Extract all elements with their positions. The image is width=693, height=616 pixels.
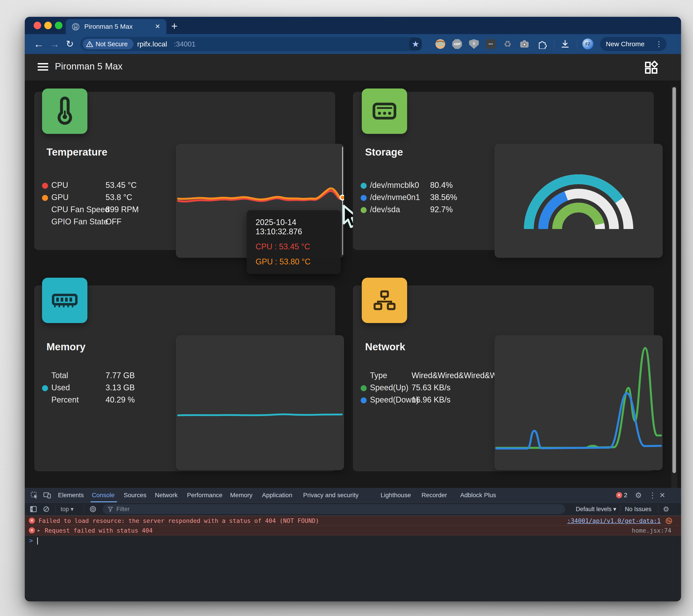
tab-performance[interactable]: Performance [187, 488, 222, 502]
devtools-close-icon[interactable]: ✕ [659, 488, 665, 502]
speed-down-dot [361, 397, 367, 403]
extension-camera-icon[interactable] [519, 39, 529, 49]
legend-value: 38.56% [430, 193, 457, 202]
tab-sources[interactable]: Sources [124, 488, 146, 502]
extension-avatar-icon[interactable] [435, 39, 445, 49]
tab-strip: Pironman 5 Max ✕ + [25, 17, 681, 34]
cpu-dot [42, 183, 48, 189]
url-port: :34001 [174, 37, 196, 51]
prompt-chevron: > [29, 537, 33, 544]
sda-dot [361, 207, 367, 213]
menu-hamburger-icon[interactable] [38, 62, 48, 71]
legend-value: 16.96 KB/s [412, 395, 451, 404]
inspect-element-icon[interactable] [31, 492, 38, 499]
legend-label: Total [51, 371, 68, 380]
extension-recycle-icon[interactable]: ♻ [503, 39, 512, 49]
bookmark-star-button[interactable]: ★ [409, 38, 422, 50]
issues-counter[interactable]: No Issues [625, 503, 651, 516]
desktop: Pironman 5 Max ✕ + ← → ↻ Not Secure rpif… [0, 0, 693, 616]
legend-value: Wired&Wired&Wired&Wir [412, 371, 503, 380]
tooltip-gpu: GPU : 53.80 °C [256, 257, 332, 266]
browser-toolbar: ← → ↻ Not Secure rpifx.local :34001 ★ [25, 34, 681, 54]
tab-lighthouse[interactable]: Lighthouse [381, 488, 411, 502]
active-tab-underline [91, 501, 117, 502]
maximize-window-button[interactable] [55, 22, 62, 29]
hover-marker [340, 195, 344, 200]
legend-value: OFF [105, 217, 121, 226]
console-sidebar-icon[interactable] [30, 506, 37, 513]
expand-triangle-icon[interactable]: ▶ [38, 528, 40, 533]
legend-label: Speed(Up) [370, 383, 409, 392]
context-selector[interactable]: top ▾ [61, 503, 74, 516]
tab-close-icon[interactable]: ✕ [155, 19, 160, 34]
error-count[interactable]: 2 [624, 488, 627, 502]
console-error-row[interactable]: ✕ Failed to load resource: the server re… [25, 516, 681, 526]
devtools-kebab-icon[interactable]: ⋮ [649, 488, 656, 502]
log-levels-dropdown[interactable]: Default levels ▾ [576, 503, 616, 516]
tab-recorder[interactable]: Recorder [421, 488, 447, 502]
devtools-settings-icon[interactable]: ⚙ [635, 488, 642, 502]
network-tile [362, 278, 407, 323]
console-prompt[interactable]: > [25, 537, 681, 546]
close-window-button[interactable] [34, 22, 41, 29]
gpu-line [178, 188, 342, 200]
devtools-tabbar: Elements Console Sources Network Perform… [25, 488, 681, 503]
live-expression-icon[interactable] [90, 505, 97, 513]
legend-value: 92.7% [430, 205, 453, 214]
error-icon: ✕ [29, 527, 35, 534]
tab-adblock[interactable]: Adblock Plus [460, 488, 496, 502]
chart-tooltip: 2025-10-14 13:10:32.876 CPU : 53.45 °C G… [247, 210, 341, 274]
clear-console-icon[interactable] [43, 506, 50, 513]
tab-elements[interactable]: Elements [58, 488, 84, 502]
tab-memory[interactable]: Memory [230, 488, 253, 502]
profile-avatar[interactable]: FZ [582, 39, 593, 49]
gauge-arc-sda [557, 207, 600, 229]
disk-icon [362, 88, 407, 134]
console-settings-icon[interactable]: ⚙ [663, 503, 669, 516]
not-secure-chip[interactable]: Not Secure [83, 39, 134, 49]
storage-tile [362, 88, 407, 134]
error-source[interactable]: home.jsx:74 [632, 526, 671, 535]
legend-value: 40.29 % [105, 395, 135, 404]
legend-value: 80.4% [430, 181, 453, 190]
back-button[interactable]: ← [34, 34, 44, 54]
chrome-menu-kebab-icon[interactable]: ⋮ [655, 37, 662, 51]
storage-gauge[interactable] [495, 144, 663, 258]
tab-network[interactable]: Network [155, 488, 178, 502]
network-request-icon[interactable] [666, 518, 672, 524]
minimize-window-button[interactable] [44, 22, 52, 29]
tab-application[interactable]: Application [262, 488, 292, 502]
app-header: Pironman 5 Max [25, 54, 681, 81]
ram-icon [42, 278, 87, 323]
speed-up-dot [361, 385, 367, 391]
extension-abp-icon[interactable]: ABP [452, 39, 462, 49]
page-scrollbar-thumb[interactable] [672, 87, 676, 473]
browser-tab[interactable]: Pironman 5 Max ✕ [66, 19, 166, 34]
dashboard-layout-icon[interactable] [644, 61, 658, 75]
tab-console[interactable]: Console [92, 488, 115, 502]
address-bar[interactable]: Not Secure rpifx.local :34001 [80, 37, 422, 51]
extension-shield-icon[interactable]: II [469, 39, 479, 49]
memory-chart[interactable] [176, 335, 344, 470]
error-count-icon[interactable]: ✕ [616, 492, 622, 498]
tooltip-time: 2025-10-14 13:10:32.876 [256, 218, 332, 236]
legend-label: GPU [51, 193, 68, 202]
console-error-row[interactable]: ✕ ▶ Request failed with status 404 home.… [25, 525, 681, 535]
update-chrome-button[interactable]: New Chrome available ⋮ [600, 37, 667, 51]
dashboard-content: Temperature CPU 53.45 °C GPU 53.8 °C CPU… [25, 81, 681, 488]
tab-privacy[interactable]: Privacy and security [303, 488, 359, 502]
memory-tile [42, 278, 87, 323]
extension-dots-icon[interactable]: ••• [486, 39, 496, 49]
filter-funnel-icon [107, 506, 113, 512]
forward-button[interactable]: → [50, 34, 60, 54]
console-filter-input[interactable]: Filter [103, 504, 565, 514]
network-chart[interactable] [495, 335, 663, 470]
downloads-icon[interactable] [560, 39, 570, 49]
error-source-link[interactable]: :34001/api/v1.0/get-data:1 [567, 516, 661, 525]
reload-button[interactable]: ↻ [66, 34, 74, 54]
new-tab-button[interactable]: + [171, 19, 177, 34]
tab-favicon-icon [72, 23, 80, 31]
device-toolbar-icon[interactable] [43, 492, 51, 499]
legend-value: 7.77 GB [105, 371, 135, 380]
extensions-puzzle-icon[interactable] [537, 39, 547, 49]
